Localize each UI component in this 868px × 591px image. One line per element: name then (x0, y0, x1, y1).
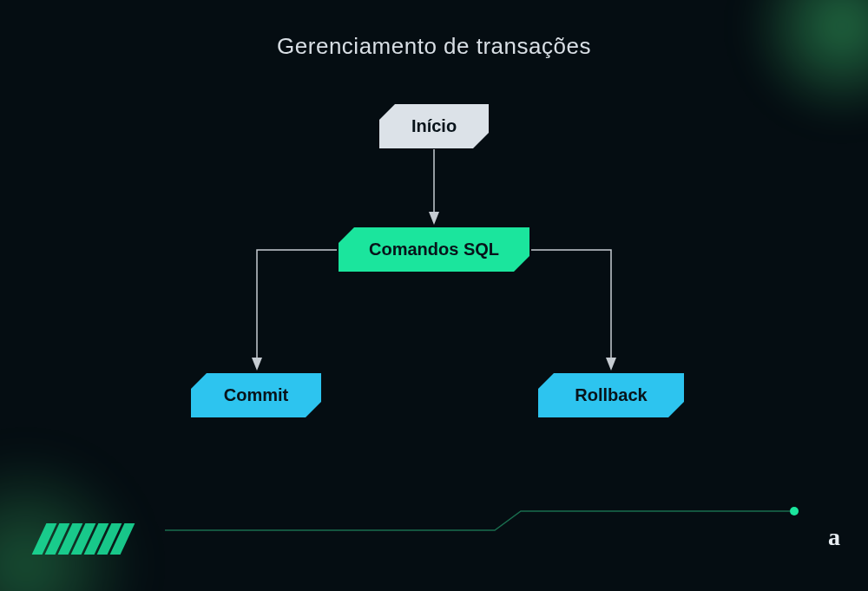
brand-logo: a (828, 523, 840, 551)
node-inicio: Início (379, 104, 489, 148)
node-rollback: Rollback (538, 373, 684, 417)
decorative-bottom-line (165, 504, 803, 539)
diagram-title: Gerenciamento de transações (0, 33, 868, 60)
flowchart-diagram: Início Comandos SQL Commit Rollback (0, 87, 868, 495)
decorative-stripes (39, 523, 128, 555)
node-comandos: Comandos SQL (339, 227, 529, 272)
node-commit: Commit (191, 373, 321, 417)
svg-point-2 (790, 507, 799, 515)
